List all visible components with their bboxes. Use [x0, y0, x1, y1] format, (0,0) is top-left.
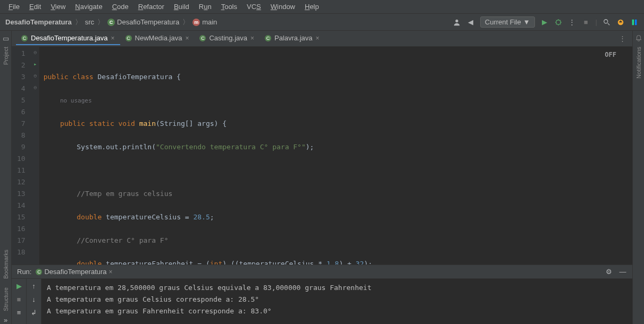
- breadcrumb-class[interactable]: DesafioTemperatura: [117, 18, 179, 26]
- back-icon[interactable]: ◀: [466, 18, 475, 27]
- notifications-label[interactable]: Notifications: [635, 42, 642, 83]
- menu-edit[interactable]: Edit: [25, 2, 45, 12]
- tab-label: Casting.java: [209, 34, 247, 42]
- run-config-label: Current File: [485, 18, 521, 26]
- chevron-down-icon: ▼: [523, 18, 530, 26]
- inspection-off-badge[interactable]: OFF: [605, 49, 616, 61]
- method-icon: m: [193, 19, 200, 26]
- breadcrumb[interactable]: DesafioTemperatura 〉 src 〉 C DesafioTemp…: [5, 18, 217, 27]
- tab-label: NewMedia.java: [135, 34, 182, 42]
- line-gutter: 123456789101112131415161718: [12, 47, 32, 265]
- bookmarks-label[interactable]: Bookmarks: [3, 245, 9, 283]
- hide-icon[interactable]: —: [618, 268, 627, 276]
- menu-vcs[interactable]: VCS: [242, 2, 265, 12]
- menu-build[interactable]: Build: [170, 2, 194, 12]
- stop-button[interactable]: ■: [582, 18, 590, 27]
- tab-label: Palavra.java: [274, 34, 313, 42]
- class-icon: C: [107, 19, 115, 26]
- main-area: ▭ Project Bookmarks Structure » C Desafi…: [0, 31, 644, 324]
- right-tool-stripe: Notifications: [632, 31, 644, 324]
- search-icon[interactable]: [603, 18, 611, 27]
- user-icon[interactable]: [453, 18, 461, 27]
- tab-file-1[interactable]: C NewMedia.java ×: [120, 32, 195, 45]
- breadcrumb-src[interactable]: src: [85, 18, 94, 26]
- structure-label[interactable]: Structure: [3, 283, 9, 316]
- fold-gutter[interactable]: ⊖▸⊖⊖: [32, 47, 39, 265]
- run-config-select[interactable]: Current File ▼: [480, 16, 535, 28]
- stop-button[interactable]: ■: [17, 295, 21, 303]
- breadcrumb-sep: 〉: [75, 18, 82, 27]
- down-icon[interactable]: ↓: [32, 295, 36, 303]
- breadcrumb-sep: 〉: [182, 18, 189, 27]
- console-output[interactable]: A temperatura em 28,500000 graus Celsius…: [41, 279, 632, 324]
- debug-button[interactable]: [554, 18, 563, 27]
- menu-refactor[interactable]: Refactor: [134, 2, 169, 12]
- ide-icon[interactable]: [630, 18, 639, 27]
- rerun-button[interactable]: ▶: [16, 282, 22, 290]
- menu-window[interactable]: Window: [266, 2, 299, 12]
- class-icon: C: [21, 35, 28, 41]
- menu-navigate[interactable]: Navigate: [71, 2, 106, 12]
- more-actions-icon[interactable]: ⋮: [568, 18, 576, 27]
- class-icon: C: [36, 269, 42, 275]
- more-tabs-icon[interactable]: ⋮: [619, 35, 632, 42]
- menu-run[interactable]: Run: [195, 2, 216, 12]
- breadcrumb-project[interactable]: DesafioTemperatura: [5, 18, 72, 26]
- class-icon: C: [126, 35, 132, 41]
- run-button[interactable]: ▶: [540, 18, 549, 27]
- svg-point-0: [455, 19, 458, 22]
- run-tool-window: Run: C DesafioTemperatura × ⚙ — ▶ ■ ≡: [12, 265, 632, 324]
- close-icon[interactable]: ×: [316, 35, 320, 42]
- editor[interactable]: 123456789101112131415161718 ⊖▸⊖⊖ OFF pub…: [12, 47, 632, 265]
- menubar: File Edit View Navigate Code Refactor Bu…: [0, 0, 644, 14]
- svg-point-2: [604, 19, 608, 23]
- run-toolbar-2: ↑ ↓ ↲: [27, 279, 41, 324]
- left-tool-stripe: ▭ Project Bookmarks Structure »: [0, 31, 12, 324]
- navigation-bar: DesafioTemperatura 〉 src 〉 C DesafioTemp…: [0, 14, 644, 31]
- no-usages-hint: no usages: [60, 97, 92, 104]
- tab-file-2[interactable]: C Casting.java ×: [194, 32, 260, 45]
- menu-tools[interactable]: Tools: [217, 2, 241, 12]
- wrap-icon[interactable]: ↲: [31, 309, 37, 317]
- tab-file-3[interactable]: C Palavra.java ×: [260, 32, 325, 45]
- run-tab[interactable]: C DesafioTemperatura ×: [36, 268, 112, 276]
- close-icon[interactable]: ×: [185, 35, 189, 42]
- menu-view[interactable]: View: [46, 2, 70, 12]
- tab-file-0[interactable]: C DesafioTemperatura.java ×: [16, 32, 120, 45]
- close-icon[interactable]: ×: [109, 268, 113, 276]
- breadcrumb-sep: 〉: [97, 18, 104, 27]
- update-icon[interactable]: [616, 18, 625, 27]
- code-area[interactable]: OFF public class DesafioTemperatura { no…: [39, 47, 632, 265]
- gear-icon[interactable]: ⚙: [605, 268, 613, 276]
- tab-label: DesafioTemperatura.java: [31, 34, 108, 42]
- bell-icon[interactable]: [634, 34, 643, 42]
- menu-help[interactable]: Help: [300, 2, 323, 12]
- project-tool-icon[interactable]: ▭: [2, 34, 10, 42]
- editor-tabs: C DesafioTemperatura.java × C NewMedia.j…: [12, 31, 632, 47]
- menu-file[interactable]: File: [4, 2, 24, 12]
- toolbar-sep: |: [596, 18, 597, 26]
- close-icon[interactable]: ×: [250, 35, 254, 42]
- project-label[interactable]: Project: [3, 42, 9, 69]
- breadcrumb-method[interactable]: main: [202, 18, 217, 26]
- close-icon[interactable]: ×: [111, 35, 115, 42]
- run-tab-label: DesafioTemperatura: [44, 268, 106, 276]
- run-toolbar: ▶ ■ ≡: [12, 279, 27, 324]
- layout-icon[interactable]: ≡: [17, 309, 21, 317]
- menu-code[interactable]: Code: [108, 2, 133, 12]
- class-icon: C: [199, 35, 206, 41]
- run-title: Run:: [17, 268, 31, 276]
- class-icon: C: [265, 35, 271, 41]
- more-icon[interactable]: »: [2, 316, 10, 324]
- up-icon[interactable]: ↑: [32, 282, 36, 290]
